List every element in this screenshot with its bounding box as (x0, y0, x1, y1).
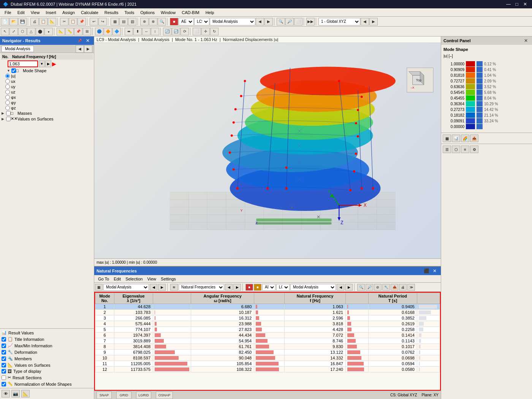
tb13[interactable]: ■ (170, 18, 178, 25)
tb2-15[interactable]: ⬍ (133, 28, 142, 35)
tb2-20[interactable]: ⟳ (180, 28, 189, 35)
nav-cam-btn[interactable]: 📷 (11, 390, 20, 397)
menu-results[interactable]: Results (101, 10, 122, 16)
nav-next[interactable]: ▶ (84, 45, 92, 53)
bp-goto[interactable]: Go To (96, 276, 111, 282)
table-row[interactable]: 10 8108.597 90.048 14.332 0.0698 (95, 355, 440, 361)
tb2-move[interactable]: ✛ (201, 28, 210, 35)
menu-calculate[interactable]: Calculate (78, 10, 101, 16)
normalization-item[interactable]: 📏 Normalization of Mode Shapes (1, 381, 93, 387)
nav-pin[interactable]: 📌 (76, 37, 83, 44)
tb11[interactable]: ⊗ (149, 18, 157, 25)
tb5[interactable]: 📋 (69, 18, 77, 25)
tb2-9[interactable]: 📌 (74, 28, 82, 35)
cp-list-btn[interactable]: ☰ (443, 146, 451, 153)
bp-selection[interactable]: Selection (123, 276, 145, 282)
nav-prev[interactable]: ◀ (76, 45, 84, 53)
values-surfaces-item[interactable]: ▶ ✕✕ Values on Surfaces (1, 116, 93, 122)
minimize-btn[interactable]: — (505, 0, 512, 8)
nav-eye-btn[interactable]: 👁 (2, 390, 10, 397)
redo-btn[interactable]: ↪ (98, 18, 107, 25)
tb2-12[interactable]: 🔶 (104, 28, 112, 35)
load-case-dropdown[interactable]: AE (179, 18, 194, 25)
tb2-18[interactable]: 🔄 (163, 28, 171, 35)
bp-close[interactable]: ✕ (431, 267, 439, 275)
bp-more[interactable]: ≫ (407, 284, 415, 291)
cp-lines-btn[interactable]: ≡ (461, 146, 469, 153)
deformation-item[interactable]: 🔧 Deformation (1, 349, 93, 355)
bp-prev[interactable]: ◀ (150, 284, 157, 291)
cp-spectrum-btn[interactable]: 🌈 (461, 135, 469, 142)
menu-edit[interactable]: Edit (14, 10, 28, 16)
menu-file[interactable]: File (2, 10, 14, 16)
radio-u-abs[interactable]: |u| (1, 73, 93, 79)
menu-window[interactable]: Window (158, 10, 179, 16)
tb2-6[interactable]: ⬥ (44, 28, 53, 35)
bp-filter[interactable]: ⊘ (374, 284, 382, 291)
cp-export-btn[interactable]: 📤 (470, 135, 478, 142)
radio-uy[interactable]: uy (1, 84, 93, 89)
lc-dropdown[interactable]: LC9 (194, 18, 209, 25)
tb6[interactable]: 📌 (78, 18, 86, 25)
freq-dropdown-btn[interactable]: ▼ (39, 60, 45, 67)
tb4[interactable]: ✂ (60, 18, 68, 25)
table-row[interactable]: 7 3019.889 54.954 8.746 0.1143 (95, 338, 440, 344)
nav-close[interactable]: ✕ (84, 37, 92, 44)
bp-zoom[interactable]: 🔍 (357, 284, 365, 291)
title-info-check[interactable] (2, 337, 6, 342)
maxmin-check[interactable] (2, 344, 6, 348)
tb2-5[interactable]: ⬤ (36, 28, 44, 35)
menu-options[interactable]: Options (137, 10, 158, 16)
radio-phiy[interactable]: φy (1, 100, 93, 105)
tb2-4[interactable]: △ (27, 28, 35, 35)
norm-check[interactable] (2, 382, 6, 386)
bp-an-next[interactable]: ▶ (345, 284, 353, 291)
vs-check[interactable] (6, 117, 11, 121)
tb-zoom1[interactable]: 🔍 (277, 18, 285, 25)
tb2-13[interactable]: 🔷 (112, 28, 121, 35)
menu-tools[interactable]: Tools (121, 10, 137, 16)
deform-check[interactable] (2, 350, 6, 355)
type-display-item[interactable]: 🖼 Type of display (1, 368, 93, 374)
tb2-16[interactable]: ↔ (142, 28, 150, 35)
table-row[interactable]: 4 575.444 23.988 3.818 0.2619 (95, 321, 440, 327)
prev-result[interactable]: ◀ (256, 18, 264, 25)
tb2-1[interactable]: ↖ (1, 28, 9, 35)
table-row[interactable]: 1 44.628 6.680 1.063 0.9405 (95, 304, 440, 310)
title-info-item[interactable]: 📋 Title Information (1, 336, 93, 342)
table-row[interactable]: 8 3814.408 61.761 9.830 0.1017 (95, 344, 440, 350)
tb2-select[interactable]: ⬜ (193, 28, 201, 35)
menu-help[interactable]: Help (203, 10, 217, 16)
freq-next-btn[interactable]: ▶ (45, 60, 51, 67)
result-sect-check[interactable] (2, 375, 6, 380)
bp-view[interactable]: View (145, 276, 158, 282)
result-values-item[interactable]: 📊 Result Values (1, 329, 93, 336)
bp-freq-icon[interactable]: ≋ (170, 284, 178, 291)
snap-btn[interactable]: SNAP (97, 391, 112, 399)
tb2[interactable]: 📋 (39, 18, 48, 25)
table-row[interactable]: 2 103.783 10.187 1.621 0.6168 (95, 310, 440, 315)
bp-edit[interactable]: Edit (111, 276, 123, 282)
table-row[interactable]: 6 1974.397 44.434 7.072 0.1414 (95, 332, 440, 338)
radio-phix[interactable]: φx (1, 95, 93, 100)
cp-3d-btn[interactable]: ⬡ (452, 146, 460, 153)
next-result[interactable]: ▶ (264, 18, 273, 25)
bp-settings[interactable]: Settings (158, 276, 178, 282)
table-row[interactable]: 3 266.085 16.312 2.596 0.3852 (95, 315, 440, 321)
lgrid-btn[interactable]: LGRID (136, 391, 151, 399)
table-row[interactable]: 9 6798.025 82.450 13.122 0.0762 (95, 350, 440, 355)
tb2-14[interactable]: ⬌ (125, 28, 133, 35)
bp-detach[interactable]: ⬛ (423, 267, 430, 275)
tb10[interactable]: ⊕ (140, 18, 149, 25)
bp-nf-prev[interactable]: ◀ (225, 284, 233, 291)
cp-table-btn[interactable]: ▦ (443, 135, 451, 142)
radio-uz[interactable]: uz (1, 89, 93, 95)
menu-insert[interactable]: Insert (43, 10, 59, 16)
radio-phiz[interactable]: φz (1, 105, 93, 111)
tb2-17[interactable]: ↕ (151, 28, 159, 35)
maximize-btn[interactable]: □ (513, 0, 521, 8)
tb2-19[interactable]: 🔃 (172, 28, 180, 35)
osnap-btn[interactable]: OSNAP (156, 391, 173, 399)
bp-analysis2[interactable]: Modal Analysis (290, 284, 336, 291)
print-btn[interactable]: 🖨 (30, 18, 39, 25)
